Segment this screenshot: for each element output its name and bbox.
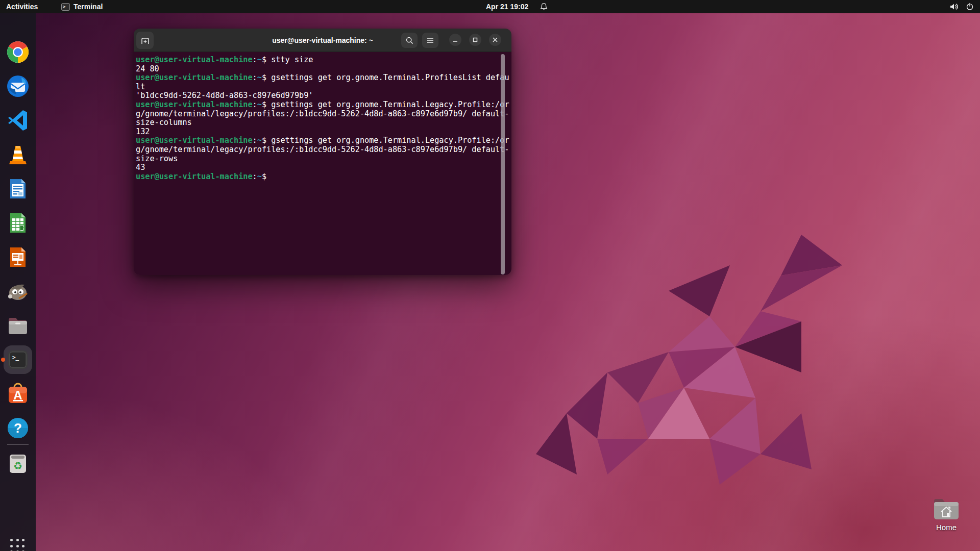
svg-text:?: ? <box>14 420 22 436</box>
terminal-line: user@user-virtual-machine:~$ gsettings g… <box>136 101 511 110</box>
dock-item-libreoffice-calc[interactable] <box>6 211 30 235</box>
top-bar: Activities > Terminal Apr 21 19:02 <box>0 0 980 13</box>
maximize-icon <box>473 37 478 42</box>
terminal-line: lt <box>136 83 511 92</box>
terminal-line: user@user-virtual-machine:~$ stty size <box>136 56 511 65</box>
running-indicator-dot <box>1 358 5 362</box>
vscode-icon <box>6 109 30 132</box>
home-folder-shortcut[interactable]: Home <box>930 496 963 532</box>
focused-app-menu[interactable]: > Terminal <box>61 0 103 13</box>
terminal-line: size-columns <box>136 118 511 128</box>
svg-text:A: A <box>13 388 22 402</box>
dock-item-gimp[interactable] <box>6 280 30 303</box>
clock-button[interactable]: Apr 21 19:02 <box>486 0 528 13</box>
libreoffice-calc-icon <box>6 211 30 235</box>
home-folder-icon <box>932 496 961 521</box>
focused-app-label: Terminal <box>74 3 103 11</box>
dock-item-libreoffice-impress[interactable] <box>6 245 30 269</box>
maximize-button[interactable] <box>469 34 481 46</box>
dock-separator <box>7 444 29 445</box>
search-button[interactable] <box>401 33 418 48</box>
terminal-lines: user@user-virtual-machine:~$ stty size24… <box>136 56 511 181</box>
terminal-window: user@user-virtual-machine: ~ <box>134 29 511 275</box>
terminal-line: g/gnome/terminal/legacy/profiles:/:b1dcc… <box>136 145 511 155</box>
minimize-button[interactable] <box>449 34 461 46</box>
files-icon <box>6 314 30 337</box>
gimp-icon <box>6 280 30 303</box>
terminal-line: 132 <box>136 128 511 137</box>
terminal-line: user@user-virtual-machine:~$ gsettings g… <box>136 73 511 83</box>
terminal-line: 43 <box>136 163 511 172</box>
menu-icon <box>427 37 434 43</box>
terminal-line: 24 80 <box>136 65 511 74</box>
menu-button[interactable] <box>422 33 438 48</box>
power-icon[interactable] <box>966 0 974 13</box>
svg-text:♻: ♻ <box>13 460 22 472</box>
home-folder-label: Home <box>930 523 963 532</box>
search-icon <box>406 37 413 44</box>
terminal-line: user@user-virtual-machine:~$ <box>136 172 511 182</box>
dock-item-files[interactable] <box>6 314 30 337</box>
clock-label: Apr 21 19:02 <box>486 3 528 11</box>
ubuntu-software-icon: A <box>6 382 30 406</box>
terminal-line: g/gnome/terminal/legacy/profiles:/:b1dcc… <box>136 110 511 119</box>
dock-item-chrome[interactable] <box>6 40 30 64</box>
terminal-line: 'b1dcc9dd-5262-4d8d-a863-c897e6d979b9' <box>136 91 511 101</box>
dock-item-vscode[interactable] <box>6 109 30 132</box>
terminal-line: size-rows <box>136 155 511 164</box>
dock: >_ A ? ♻ <box>0 13 36 551</box>
close-icon <box>493 37 498 42</box>
terminal-line: user@user-virtual-machine:~$ gsettings g… <box>136 136 511 145</box>
terminal-mini-icon: > <box>61 3 70 11</box>
activities-label: Activities <box>6 3 38 11</box>
dock-item-libreoffice-writer[interactable] <box>6 177 30 201</box>
thunderbird-icon <box>6 74 30 98</box>
libreoffice-impress-icon <box>6 245 30 269</box>
trash-icon: ♻ <box>6 452 30 475</box>
wallpaper-polygon-art <box>516 219 842 505</box>
dock-item-thunderbird[interactable] <box>6 74 30 98</box>
minimize-icon <box>453 37 458 42</box>
terminal-icon: >_ <box>6 348 30 371</box>
dock-item-vlc[interactable] <box>6 143 30 166</box>
dock-item-trash[interactable]: ♻ <box>6 452 30 475</box>
svg-text:>_: >_ <box>12 354 19 361</box>
dock-item-ubuntu-software[interactable]: A <box>6 382 30 406</box>
dock-item-terminal[interactable]: >_ <box>6 348 30 371</box>
bell-icon <box>540 0 548 13</box>
chrome-icon <box>6 40 30 64</box>
activities-button[interactable]: Activities <box>6 0 38 13</box>
help-icon: ? <box>6 416 30 440</box>
dock-item-help[interactable]: ? <box>6 416 30 440</box>
terminal-titlebar[interactable]: user@user-virtual-machine: ~ <box>134 29 511 52</box>
vlc-icon <box>6 143 30 166</box>
show-applications-icon[interactable] <box>10 539 26 551</box>
close-button[interactable] <box>489 34 501 46</box>
terminal-content[interactable]: user@user-virtual-machine:~$ stty size24… <box>134 52 511 275</box>
volume-icon[interactable] <box>949 0 959 13</box>
terminal-scrollbar[interactable] <box>501 54 505 274</box>
libreoffice-writer-icon <box>6 177 30 201</box>
